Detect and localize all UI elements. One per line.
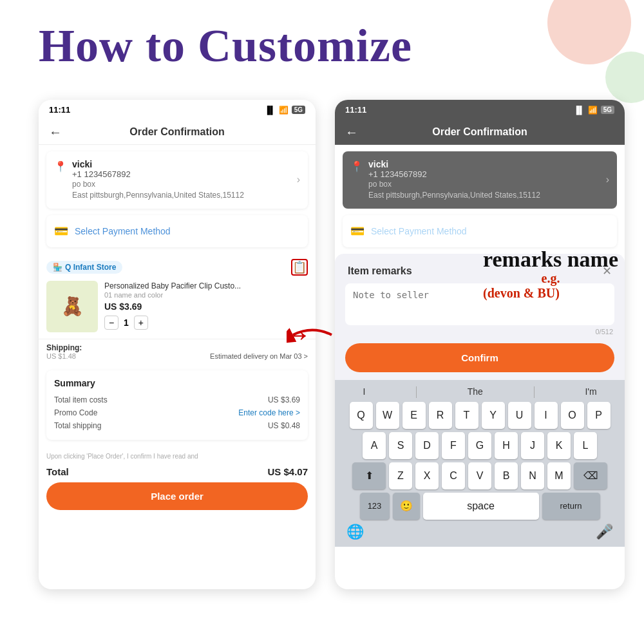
- place-order-button[interactable]: Place order: [46, 482, 308, 510]
- store-icon-left: 🏪: [53, 263, 62, 272]
- kb-u[interactable]: U: [508, 402, 531, 429]
- nav-bar-right: ← Order Confirmation: [335, 120, 625, 145]
- disclaimer-left: Upon clicking 'Place Order', I confirm I…: [39, 446, 316, 462]
- addr-line2-right: East pittsburgh,Pennsylvania,United Stat…: [368, 190, 601, 201]
- address-content-left: vicki +1 1234567892 po box East pittsbur…: [72, 159, 292, 201]
- payment-card-left[interactable]: 💳 Select Payment Method: [46, 215, 308, 247]
- product-variant-left: 01 name and color: [104, 291, 308, 299]
- kb-c[interactable]: C: [442, 462, 465, 489]
- summary-items-label: Total item costs: [54, 395, 108, 404]
- kb-shift[interactable]: ⬆: [352, 462, 386, 489]
- addr-line1-right: po box: [368, 179, 601, 190]
- left-phone: 11:11 ▐▌ 📶 5G ← Order Confirmation 📍 vic…: [39, 100, 316, 589]
- cellular-badge: 5G: [292, 106, 305, 114]
- kb-v[interactable]: V: [468, 462, 491, 489]
- addr-arrow-left[interactable]: ›: [297, 174, 300, 185]
- kb-a[interactable]: A: [363, 432, 386, 459]
- kb-suggestion-i[interactable]: I: [363, 386, 365, 398]
- kb-h[interactable]: H: [495, 432, 518, 459]
- kb-d[interactable]: D: [415, 432, 439, 459]
- summary-shipping-label: Total shipping: [54, 421, 101, 430]
- back-button-left[interactable]: ←: [49, 125, 62, 140]
- payment-card-right: 💳 Select Payment Method: [343, 215, 617, 247]
- shipping-delivery-left: Estimated delivery on Mar 03 >: [210, 352, 308, 360]
- kb-suggestion-the[interactable]: The: [468, 386, 483, 398]
- addr-name-right: vicki: [368, 159, 601, 169]
- total-label-left: Total: [46, 466, 69, 477]
- kb-f[interactable]: F: [442, 432, 465, 459]
- summary-row-promo: Promo Code Enter code here >: [54, 406, 300, 419]
- time-left: 11:11: [49, 105, 70, 115]
- back-button-right[interactable]: ←: [345, 125, 358, 140]
- product-image-left: 🧸: [46, 281, 98, 332]
- summary-promo-value[interactable]: Enter code here >: [238, 408, 300, 417]
- summary-promo-label: Promo Code: [54, 408, 97, 417]
- qty-minus-left[interactable]: −: [104, 316, 118, 330]
- address-card-right: 📍 vicki +1 1234567892 po box East pittsb…: [343, 151, 617, 209]
- kb-q[interactable]: Q: [350, 402, 373, 429]
- kb-m[interactable]: M: [547, 462, 571, 489]
- kb-e[interactable]: E: [402, 402, 426, 429]
- kb-r[interactable]: R: [429, 402, 452, 429]
- remarks-popup-container: Item remarks ✕ remarks name e.g. (devon …: [335, 254, 625, 547]
- disclaimer-text-left: Upon clicking 'Place Order', I confirm I…: [46, 453, 308, 460]
- kb-emoji[interactable]: 🙂: [393, 493, 420, 520]
- kb-j[interactable]: J: [521, 432, 544, 459]
- status-icons-left: ▐▌ 📶 5G: [265, 106, 305, 115]
- remarks-title: Item remarks: [348, 265, 412, 277]
- shipping-label-left: Shipping:: [46, 343, 82, 352]
- summary-row-shipping: Total shipping US $0.48: [54, 419, 300, 432]
- kb-bottom-row: 123 🙂 space return: [337, 493, 622, 520]
- kb-123[interactable]: 123: [360, 493, 390, 520]
- address-card-left: 📍 vicki +1 1234567892 po box East pittsb…: [46, 151, 308, 209]
- kb-row-2: A S D F G H J K L: [337, 432, 622, 459]
- total-value-left: US $4.07: [267, 466, 308, 477]
- kb-s[interactable]: S: [389, 432, 412, 459]
- addr-phone-right: +1 1234567892: [368, 169, 601, 179]
- remarks-annotation: remarks name e.g. (devon & BU): [483, 247, 618, 301]
- kb-suggestion-im[interactable]: I'm: [585, 386, 596, 398]
- kb-return[interactable]: return: [542, 493, 600, 520]
- status-bar-left: 11:11 ▐▌ 📶 5G: [39, 100, 316, 120]
- payment-label-right: Select Payment Method: [371, 226, 467, 236]
- kb-globe-icon[interactable]: 🌐: [346, 524, 364, 540]
- kb-divider-1: [416, 386, 417, 398]
- status-icons-right: ▐▌ 📶 5G: [574, 106, 614, 115]
- kb-p[interactable]: P: [587, 402, 611, 429]
- keyboard: I The I'm Q W E R T Y U I O P A: [335, 380, 625, 547]
- nav-title-left: Order Confirmation: [129, 126, 225, 138]
- shipping-price-left: US $1.48: [46, 352, 82, 360]
- location-icon-right: 📍: [350, 160, 363, 173]
- addr-line1-left: po box: [72, 179, 292, 190]
- kb-space[interactable]: space: [423, 493, 539, 520]
- kb-o[interactable]: O: [561, 402, 584, 429]
- annotation-line2: e.g.: [483, 271, 618, 286]
- shipping-row-left: Shipping: US $1.48 Estimated delivery on…: [39, 339, 316, 364]
- qty-plus-left[interactable]: +: [134, 316, 148, 330]
- kb-x[interactable]: X: [415, 462, 439, 489]
- annotation-line3: (devon & BU): [483, 286, 618, 301]
- kb-g[interactable]: G: [468, 432, 491, 459]
- kb-row-1: Q W E R T Y U I O P: [337, 402, 622, 429]
- kb-z[interactable]: Z: [389, 462, 412, 489]
- kb-k[interactable]: K: [547, 432, 571, 459]
- addr-phone-left: +1 1234567892: [72, 169, 292, 179]
- confirm-button[interactable]: Confirm: [345, 343, 614, 372]
- store-row-left: 🏪 Q Infant Store 📋: [39, 254, 316, 281]
- kb-mic-icon[interactable]: 🎤: [596, 524, 613, 540]
- status-bar-right: 11:11 ▐▌ 📶 5G: [335, 100, 625, 120]
- kb-n[interactable]: N: [521, 462, 544, 489]
- note-icon-left[interactable]: 📋: [291, 259, 308, 276]
- kb-i[interactable]: I: [535, 402, 558, 429]
- wifi-icon: 📶: [279, 106, 289, 115]
- kb-y[interactable]: Y: [482, 402, 505, 429]
- kb-t[interactable]: T: [455, 402, 478, 429]
- kb-delete[interactable]: ⌫: [574, 462, 607, 489]
- kb-b[interactable]: B: [495, 462, 518, 489]
- kb-w[interactable]: W: [376, 402, 399, 429]
- payment-icon-right: 💳: [350, 224, 365, 238]
- kb-l[interactable]: L: [574, 432, 597, 459]
- right-phone: 11:11 ▐▌ 📶 5G ← Order Confirmation 📍 vic…: [335, 100, 625, 589]
- bg-circle-green: [605, 52, 644, 103]
- addr-name-left: vicki: [72, 159, 292, 169]
